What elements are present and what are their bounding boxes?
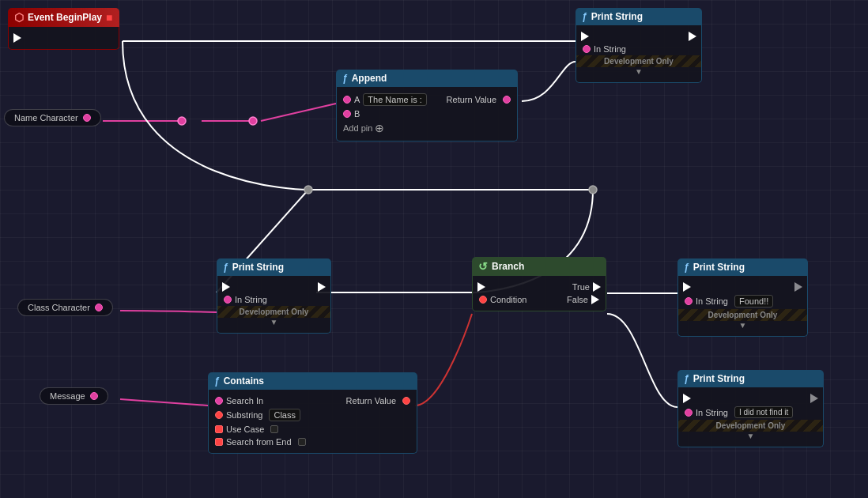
append-b-pin[interactable] [343, 110, 351, 118]
branch-false-label: False [567, 295, 588, 304]
contains-title: Contains [224, 375, 264, 387]
branch-title: Branch [492, 261, 524, 272]
name-character-label: Name Character [14, 113, 78, 123]
branch-icon: ↺ [478, 260, 488, 273]
branch-false-pin[interactable] [591, 295, 599, 304]
ps4-devonly: Development Only [678, 420, 823, 432]
svg-point-1 [589, 186, 597, 194]
name-character-pin[interactable] [83, 114, 91, 122]
append-return-label: Return Value [447, 95, 496, 104]
class-character-node: Class Character [17, 299, 113, 316]
branch-exec-in[interactable] [477, 282, 485, 292]
ps4-exec-in[interactable] [683, 394, 691, 403]
message-label: Message [50, 391, 85, 401]
svg-point-0 [304, 186, 312, 194]
class-character-label: Class Character [28, 303, 90, 312]
exec-out-pin[interactable] [13, 33, 21, 43]
ps3-chevron[interactable]: ▼ [678, 321, 807, 331]
ps4-func-icon: ƒ [684, 373, 689, 384]
append-b-label: B [354, 109, 360, 119]
append-node: ƒ Append A The Name is : Return Value B … [336, 70, 518, 141]
event-close-icon: ■ [106, 11, 112, 24]
ps2-instring-pin[interactable] [224, 296, 232, 304]
ps4-exec-out[interactable] [810, 394, 818, 403]
ps1-chevron[interactable]: ▼ [576, 67, 701, 77]
contains-usecase-checkbox[interactable] [270, 425, 278, 433]
event-icon: ⬡ [14, 11, 24, 24]
ps4-instring-label: In String [696, 408, 728, 417]
event-begin-play-node: ⬡ Event BeginPlay ■ [8, 8, 119, 50]
ps2-title: Print String [232, 262, 284, 273]
append-a-value[interactable]: The Name is : [363, 93, 426, 106]
print-string-2-node: ƒ Print String In String Development Onl… [217, 258, 331, 334]
ps3-instring-label: In String [696, 296, 728, 306]
contains-node: ƒ Contains Search In Return Value Substr… [208, 372, 417, 454]
svg-point-3 [249, 117, 257, 125]
message-pin[interactable] [90, 392, 98, 400]
ps1-exec-out[interactable] [689, 32, 696, 41]
contains-substring-value[interactable]: Class [269, 409, 300, 421]
contains-searchfromend-label: Search from End [226, 437, 292, 447]
ps3-instring-pin[interactable] [685, 297, 693, 305]
ps1-instring-pin[interactable] [583, 45, 591, 53]
ps3-title: Print String [693, 262, 745, 273]
ps3-exec-out[interactable] [794, 282, 802, 292]
contains-substring-pin[interactable] [215, 411, 223, 419]
name-character-node: Name Character [4, 109, 101, 126]
ps2-exec-in[interactable] [222, 282, 230, 292]
ps4-instring-pin[interactable] [685, 409, 693, 417]
append-a-label: A [354, 95, 360, 104]
branch-node: ↺ Branch True Condition False [472, 257, 606, 311]
branch-condition-pin[interactable] [479, 296, 487, 304]
contains-searchfromend-checkbox[interactable] [298, 438, 306, 446]
append-return-pin[interactable] [503, 96, 511, 104]
ps1-exec-in[interactable] [581, 32, 589, 41]
ps1-title: Print String [591, 11, 643, 22]
print-string-4-node: ƒ Print String In String I did not find … [677, 370, 824, 447]
branch-condition-label: Condition [490, 295, 526, 304]
add-pin-button[interactable]: Add pin ⊕ [337, 120, 517, 136]
contains-return-label: Return Value [346, 396, 396, 406]
ps2-exec-out[interactable] [318, 282, 326, 292]
append-func-icon: ƒ [342, 73, 348, 84]
ps1-instring-label: In String [594, 44, 626, 54]
ps2-instring-label: In String [235, 295, 267, 304]
contains-substring-label: Substring [226, 410, 262, 420]
event-title: Event BeginPlay [28, 12, 102, 23]
contains-return-pin[interactable] [402, 397, 410, 405]
contains-func-icon: ƒ [214, 375, 220, 387]
contains-usecase-label: Use Case [226, 424, 264, 434]
ps3-devonly: Development Only [678, 309, 807, 321]
contains-searchin-pin[interactable] [215, 397, 223, 405]
print-string-3-node: ƒ Print String In String Found!! Develop… [677, 258, 808, 337]
ps2-chevron[interactable]: ▼ [217, 318, 330, 328]
class-character-pin[interactable] [95, 304, 103, 311]
ps3-func-icon: ƒ [684, 262, 689, 273]
add-pin-label: Add pin [343, 123, 372, 133]
contains-searchin-label: Search In [226, 396, 263, 406]
message-node: Message [40, 387, 108, 405]
ps3-exec-in[interactable] [683, 282, 691, 292]
contains-searchfromend-pin[interactable] [215, 438, 223, 446]
ps1-func-icon: ƒ [582, 11, 587, 22]
branch-true-pin[interactable] [593, 282, 601, 292]
append-title: Append [352, 73, 387, 84]
ps4-title: Print String [693, 373, 745, 384]
branch-true-label: True [572, 282, 590, 292]
ps4-chevron[interactable]: ▼ [678, 432, 823, 442]
svg-point-2 [178, 117, 186, 125]
ps2-func-icon: ƒ [223, 262, 228, 273]
contains-usecase-pin[interactable] [215, 425, 223, 433]
ps2-devonly: Development Only [217, 306, 330, 318]
print-string-1-node: ƒ Print String In String Development Onl… [576, 8, 702, 83]
add-pin-icon: ⊕ [375, 122, 384, 134]
ps4-value[interactable]: I did not find it [734, 406, 793, 418]
append-a-pin[interactable] [343, 96, 351, 104]
ps3-value[interactable]: Found!! [734, 295, 773, 307]
ps1-devonly: Development Only [576, 55, 701, 67]
